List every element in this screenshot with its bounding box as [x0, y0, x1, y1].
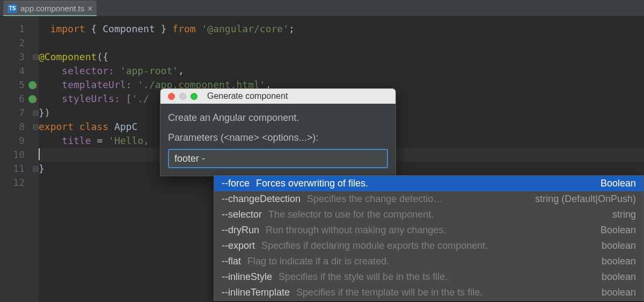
- option-type: boolean: [602, 256, 636, 267]
- parameters-input[interactable]: footer -: [168, 149, 388, 168]
- option-type: string: [612, 209, 636, 220]
- code-line: import { Component } from '@angular/core…: [39, 22, 644, 36]
- traffic-lights: [168, 93, 197, 100]
- dialog-titlebar[interactable]: Generate component: [160, 89, 396, 104]
- option-type: Boolean: [601, 178, 636, 189]
- option-flag: --export: [222, 240, 255, 251]
- line-number: 12: [0, 176, 39, 190]
- vcs-marker-icon[interactable]: [28, 95, 36, 103]
- option-type: string (Default|OnPush): [535, 193, 636, 205]
- tab-filename: app.component.ts: [20, 4, 84, 13]
- option-description: The selector to use for the component.: [268, 209, 612, 220]
- close-window-icon[interactable]: [168, 93, 175, 100]
- line-number: 10: [0, 148, 39, 162]
- line-number: 6: [0, 92, 39, 106]
- parameters-label: Parameters (<name> <options...>):: [168, 132, 388, 143]
- completion-item[interactable]: --dryRunRun through without making any c…: [214, 222, 643, 238]
- zoom-window-icon[interactable]: [191, 93, 197, 100]
- completion-item[interactable]: --flatFlag to indicate if a dir is creat…: [214, 254, 643, 269]
- close-icon[interactable]: ×: [87, 4, 92, 13]
- option-type: boolean: [602, 271, 636, 283]
- option-description: Run through without making any changes.: [266, 225, 601, 236]
- line-number: 1: [0, 22, 39, 36]
- completion-item[interactable]: --selectorThe selector to use for the co…: [214, 207, 643, 222]
- vcs-marker-icon[interactable]: [28, 81, 36, 89]
- option-description: Forces overwriting of files.: [256, 178, 601, 189]
- option-type: boolean: [602, 240, 636, 251]
- option-flag: --selector: [222, 209, 262, 220]
- code-line: ⊟@Component({: [39, 50, 644, 64]
- option-flag: --force: [222, 178, 250, 189]
- completion-item[interactable]: --forceForces overwriting of files.Boole…: [214, 176, 643, 191]
- code-line: selector: 'app-root',: [39, 64, 644, 78]
- option-description: Flag to indicate if a dir is created.: [247, 256, 602, 267]
- dialog-title: Generate component: [207, 91, 396, 101]
- code-line: [39, 36, 644, 50]
- option-flag: --inlineStyle: [222, 271, 272, 283]
- ts-file-icon: TS: [8, 4, 17, 13]
- completion-item[interactable]: --exportSpecifies if declaring module ex…: [214, 238, 643, 254]
- tab-bar: TS app.component.ts ×: [0, 0, 644, 16]
- completion-item[interactable]: --inlineTemplateSpecifies if the templat…: [214, 285, 643, 300]
- line-number: 2: [0, 36, 39, 50]
- option-flag: --inlineTemplate: [222, 287, 290, 298]
- generate-component-dialog: Generate component Create an Angular com…: [160, 88, 396, 176]
- minimize-window-icon: [179, 93, 186, 100]
- option-flag: --dryRun: [222, 225, 259, 236]
- file-tab[interactable]: TS app.component.ts ×: [3, 1, 97, 16]
- option-description: Specifies if the style will be in the ts…: [279, 271, 602, 283]
- dialog-body: Create an Angular component. Parameters …: [160, 104, 396, 176]
- option-flag: --flat: [222, 256, 241, 267]
- option-description: Specifies if declaring module exports th…: [261, 240, 602, 251]
- completion-item[interactable]: --changeDetectionSpecifies the change de…: [214, 191, 643, 207]
- completion-popup: --forceForces overwriting of files.Boole…: [214, 175, 644, 301]
- line-number: 5: [0, 78, 39, 92]
- line-number: 4: [0, 64, 39, 78]
- caret: [39, 148, 40, 160]
- option-type: Boolean: [601, 225, 636, 236]
- completion-item[interactable]: --inlineStyleSpecifies if the style will…: [214, 269, 643, 285]
- option-description: Specifies if the template will be in the…: [296, 287, 602, 298]
- dialog-description: Create an Angular component.: [168, 112, 388, 124]
- option-description: Specifies the change detectio…: [307, 193, 535, 205]
- option-type: boolean: [602, 287, 636, 298]
- line-number: 9: [0, 134, 39, 148]
- option-flag: --changeDetection: [222, 193, 301, 205]
